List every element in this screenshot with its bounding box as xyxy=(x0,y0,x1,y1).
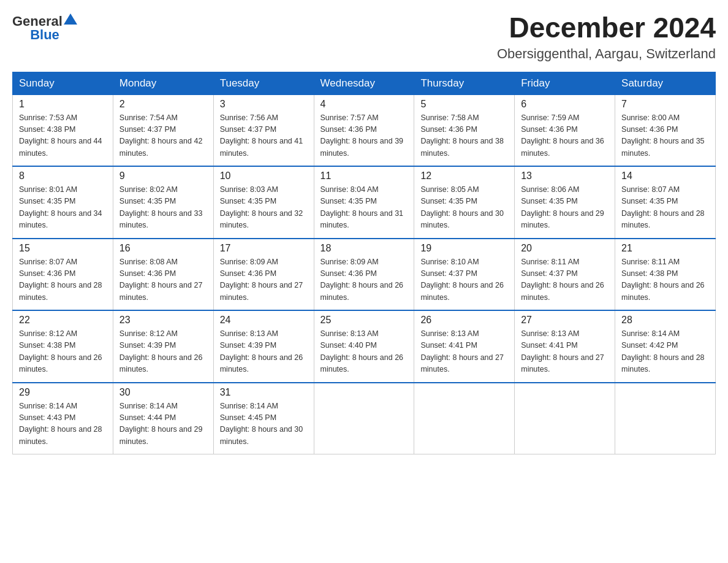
day-number: 13 xyxy=(521,170,609,182)
table-row: 30Sunrise: 8:14 AMSunset: 4:44 PMDayligh… xyxy=(113,383,213,454)
month-year-title: December 2024 xyxy=(497,12,716,44)
day-info: Sunrise: 8:05 AMSunset: 4:35 PMDaylight:… xyxy=(420,184,508,232)
table-row: 4Sunrise: 7:57 AMSunset: 4:36 PMDaylight… xyxy=(314,94,414,166)
logo-triangle-icon xyxy=(64,12,77,26)
day-number: 15 xyxy=(19,243,107,254)
day-number: 3 xyxy=(220,99,308,110)
col-sunday: Sunday xyxy=(13,72,113,94)
day-number: 22 xyxy=(19,315,107,326)
table-row: 1Sunrise: 7:53 AMSunset: 4:38 PMDaylight… xyxy=(13,94,113,166)
day-number: 19 xyxy=(420,243,508,254)
day-info: Sunrise: 8:09 AMSunset: 4:36 PMDaylight:… xyxy=(320,256,408,304)
day-number: 28 xyxy=(621,315,709,326)
day-info: Sunrise: 8:12 AMSunset: 4:38 PMDaylight:… xyxy=(19,328,107,376)
calendar-week-3: 15Sunrise: 8:07 AMSunset: 4:36 PMDayligh… xyxy=(13,239,716,311)
day-number: 26 xyxy=(420,315,508,326)
day-number: 27 xyxy=(521,315,609,326)
day-number: 14 xyxy=(621,170,709,182)
calendar-week-1: 1Sunrise: 7:53 AMSunset: 4:38 PMDaylight… xyxy=(13,94,716,166)
calendar-week-5: 29Sunrise: 8:14 AMSunset: 4:43 PMDayligh… xyxy=(13,383,716,454)
table-row: 20Sunrise: 8:11 AMSunset: 4:37 PMDayligh… xyxy=(515,239,615,311)
table-row xyxy=(515,383,615,454)
day-info: Sunrise: 7:57 AMSunset: 4:36 PMDaylight:… xyxy=(320,112,408,160)
table-row xyxy=(615,383,716,454)
table-row: 10Sunrise: 8:03 AMSunset: 4:35 PMDayligh… xyxy=(213,166,314,239)
table-row: 22Sunrise: 8:12 AMSunset: 4:38 PMDayligh… xyxy=(13,310,113,383)
day-info: Sunrise: 8:11 AMSunset: 4:37 PMDaylight:… xyxy=(521,256,609,304)
table-row: 16Sunrise: 8:08 AMSunset: 4:36 PMDayligh… xyxy=(113,239,213,311)
logo-blue-text: Blue xyxy=(30,27,59,42)
day-info: Sunrise: 7:59 AMSunset: 4:36 PMDaylight:… xyxy=(521,112,609,160)
day-number: 4 xyxy=(320,99,408,110)
day-info: Sunrise: 8:13 AMSunset: 4:39 PMDaylight:… xyxy=(220,328,308,376)
day-info: Sunrise: 8:08 AMSunset: 4:36 PMDaylight:… xyxy=(119,256,207,304)
table-row: 12Sunrise: 8:05 AMSunset: 4:35 PMDayligh… xyxy=(414,166,515,239)
day-info: Sunrise: 8:06 AMSunset: 4:35 PMDaylight:… xyxy=(521,184,609,232)
table-row: 6Sunrise: 7:59 AMSunset: 4:36 PMDaylight… xyxy=(515,94,615,166)
col-wednesday: Wednesday xyxy=(314,72,414,94)
col-friday: Friday xyxy=(515,72,615,94)
table-row: 2Sunrise: 7:54 AMSunset: 4:37 PMDaylight… xyxy=(113,94,213,166)
day-info: Sunrise: 8:07 AMSunset: 4:36 PMDaylight:… xyxy=(19,256,107,304)
table-row: 19Sunrise: 8:10 AMSunset: 4:37 PMDayligh… xyxy=(414,239,515,311)
table-row: 13Sunrise: 8:06 AMSunset: 4:35 PMDayligh… xyxy=(515,166,615,239)
day-number: 20 xyxy=(521,243,609,254)
logo-icon: General Blue xyxy=(12,12,77,43)
day-info: Sunrise: 8:10 AMSunset: 4:37 PMDaylight:… xyxy=(420,256,508,304)
day-number: 11 xyxy=(320,170,408,182)
day-number: 2 xyxy=(119,99,207,110)
day-info: Sunrise: 8:09 AMSunset: 4:36 PMDaylight:… xyxy=(220,256,308,304)
table-row: 18Sunrise: 8:09 AMSunset: 4:36 PMDayligh… xyxy=(314,239,414,311)
calendar-week-4: 22Sunrise: 8:12 AMSunset: 4:38 PMDayligh… xyxy=(13,310,716,383)
svg-marker-0 xyxy=(64,13,77,25)
day-info: Sunrise: 8:14 AMSunset: 4:43 PMDaylight:… xyxy=(19,400,107,448)
day-number: 10 xyxy=(220,170,308,182)
table-row: 24Sunrise: 8:13 AMSunset: 4:39 PMDayligh… xyxy=(213,310,314,383)
day-info: Sunrise: 8:13 AMSunset: 4:40 PMDaylight:… xyxy=(320,328,408,376)
day-number: 18 xyxy=(320,243,408,254)
table-row: 21Sunrise: 8:11 AMSunset: 4:38 PMDayligh… xyxy=(615,239,716,311)
day-info: Sunrise: 8:14 AMSunset: 4:45 PMDaylight:… xyxy=(220,400,308,448)
day-number: 31 xyxy=(220,387,308,398)
table-row: 15Sunrise: 8:07 AMSunset: 4:36 PMDayligh… xyxy=(13,239,113,311)
logo: General Blue xyxy=(12,12,77,43)
table-row: 14Sunrise: 8:07 AMSunset: 4:35 PMDayligh… xyxy=(615,166,716,239)
calendar-table: Sunday Monday Tuesday Wednesday Thursday… xyxy=(12,72,716,455)
day-number: 21 xyxy=(621,243,709,254)
day-info: Sunrise: 8:07 AMSunset: 4:35 PMDaylight:… xyxy=(621,184,709,232)
day-info: Sunrise: 8:14 AMSunset: 4:44 PMDaylight:… xyxy=(119,400,207,448)
day-number: 29 xyxy=(19,387,107,398)
day-number: 5 xyxy=(420,99,508,110)
day-number: 1 xyxy=(19,99,107,110)
day-info: Sunrise: 8:00 AMSunset: 4:36 PMDaylight:… xyxy=(621,112,709,160)
day-number: 6 xyxy=(521,99,609,110)
table-row: 28Sunrise: 8:14 AMSunset: 4:42 PMDayligh… xyxy=(615,310,716,383)
day-info: Sunrise: 8:04 AMSunset: 4:35 PMDaylight:… xyxy=(320,184,408,232)
day-info: Sunrise: 8:02 AMSunset: 4:35 PMDaylight:… xyxy=(119,184,207,232)
page-header: General Blue December 2024 Obersiggentha… xyxy=(12,12,716,62)
table-row: 11Sunrise: 8:04 AMSunset: 4:35 PMDayligh… xyxy=(314,166,414,239)
day-number: 23 xyxy=(119,315,207,326)
table-row: 5Sunrise: 7:58 AMSunset: 4:36 PMDaylight… xyxy=(414,94,515,166)
table-row: 23Sunrise: 8:12 AMSunset: 4:39 PMDayligh… xyxy=(113,310,213,383)
calendar-week-2: 8Sunrise: 8:01 AMSunset: 4:35 PMDaylight… xyxy=(13,166,716,239)
day-number: 30 xyxy=(119,387,207,398)
table-row: 27Sunrise: 8:13 AMSunset: 4:41 PMDayligh… xyxy=(515,310,615,383)
col-thursday: Thursday xyxy=(414,72,515,94)
location-subtitle: Obersiggenthal, Aargau, Switzerland xyxy=(497,46,716,62)
table-row xyxy=(414,383,515,454)
table-row: 9Sunrise: 8:02 AMSunset: 4:35 PMDaylight… xyxy=(113,166,213,239)
day-info: Sunrise: 8:13 AMSunset: 4:41 PMDaylight:… xyxy=(420,328,508,376)
col-monday: Monday xyxy=(113,72,213,94)
table-row: 17Sunrise: 8:09 AMSunset: 4:36 PMDayligh… xyxy=(213,239,314,311)
day-number: 25 xyxy=(320,315,408,326)
table-row: 26Sunrise: 8:13 AMSunset: 4:41 PMDayligh… xyxy=(414,310,515,383)
day-info: Sunrise: 8:03 AMSunset: 4:35 PMDaylight:… xyxy=(220,184,308,232)
day-info: Sunrise: 8:14 AMSunset: 4:42 PMDaylight:… xyxy=(621,328,709,376)
table-row: 7Sunrise: 8:00 AMSunset: 4:36 PMDaylight… xyxy=(615,94,716,166)
day-info: Sunrise: 7:53 AMSunset: 4:38 PMDaylight:… xyxy=(19,112,107,160)
day-number: 17 xyxy=(220,243,308,254)
calendar-header-row: Sunday Monday Tuesday Wednesday Thursday… xyxy=(13,72,716,94)
table-row xyxy=(314,383,414,454)
title-section: December 2024 Obersiggenthal, Aargau, Sw… xyxy=(497,12,716,62)
